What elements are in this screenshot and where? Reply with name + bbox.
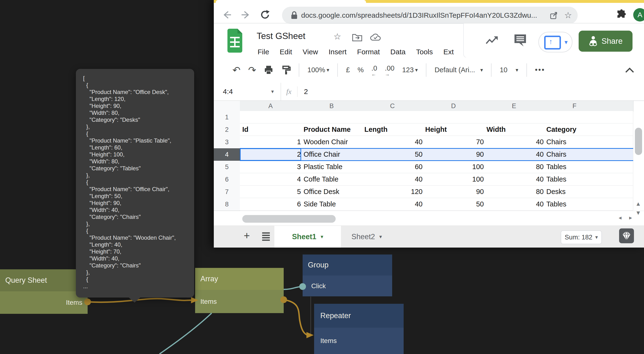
present-button[interactable]: ↑ ▾: [538, 32, 572, 52]
cell-B8[interactable]: Side Table: [301, 198, 364, 211]
column-header-F[interactable]: F: [544, 100, 605, 111]
sum-dropdown-caret[interactable]: ▾: [595, 234, 598, 240]
bookmark-star-icon[interactable]: ☆: [564, 10, 572, 20]
move-to-folder-icon[interactable]: [352, 33, 362, 42]
cell-A3[interactable]: 1: [240, 136, 304, 148]
scroll-right-arrow[interactable]: ▸: [629, 214, 632, 221]
wire-array-to-repeater[interactable]: [284, 300, 307, 335]
row-header-5[interactable]: 5: [214, 161, 240, 173]
print-button[interactable]: [264, 65, 274, 75]
cell-C7[interactable]: 120: [362, 186, 425, 198]
more-toolbar-options[interactable]: •••: [535, 66, 545, 74]
back-button[interactable]: [222, 9, 232, 20]
formula-input-value[interactable]: 2: [304, 87, 308, 96]
extensions-puzzle-icon[interactable]: [616, 9, 626, 20]
cell-C3[interactable]: 40: [362, 136, 425, 148]
cell-F7[interactable]: Desks: [544, 186, 607, 198]
menu-view[interactable]: View: [302, 48, 318, 56]
cell-F4[interactable]: Chairs: [544, 148, 607, 161]
cell-E8[interactable]: 40: [484, 198, 546, 211]
cell-C5[interactable]: 60: [362, 161, 425, 173]
browser-active-tab[interactable]: [216, 0, 366, 3]
cell-D1[interactable]: [423, 111, 486, 123]
cell-E3[interactable]: 40: [484, 136, 546, 148]
node-repeater[interactable]: Repeater Items: [314, 304, 404, 354]
star-document-icon[interactable]: ☆: [334, 31, 341, 42]
vertical-scrollbar-thumb[interactable]: [635, 128, 642, 155]
cell-D2[interactable]: Height: [423, 123, 486, 136]
column-header-C[interactable]: C: [362, 100, 423, 111]
horizontal-scrollbar-thumb[interactable]: [242, 215, 336, 223]
scroll-down-arrow[interactable]: ▼: [636, 210, 641, 216]
cell-E5[interactable]: 80: [484, 161, 546, 173]
cell-B5[interactable]: Plastic Table: [301, 161, 364, 173]
query-sheet-output-port[interactable]: [84, 299, 91, 305]
paint-format-button[interactable]: [281, 65, 291, 75]
scroll-left-arrow[interactable]: ◂: [618, 214, 622, 221]
forward-button[interactable]: [240, 9, 251, 20]
wire-array-teal-down[interactable]: [160, 313, 212, 354]
cell-F8[interactable]: Tables: [544, 198, 607, 211]
column-header-E[interactable]: E: [484, 100, 544, 111]
cell-B4[interactable]: Office Chair: [301, 148, 364, 161]
cell-B3[interactable]: Wooden Chair: [301, 136, 364, 148]
cell-E6[interactable]: 40: [484, 173, 546, 186]
row-header-4[interactable]: 4: [214, 148, 240, 161]
scroll-up-arrow[interactable]: ▲: [636, 200, 641, 207]
row-header-2[interactable]: 2: [214, 123, 240, 136]
menu-insert[interactable]: Insert: [329, 48, 347, 56]
cell-G4[interactable]: [605, 148, 633, 161]
column-header-D[interactable]: D: [423, 100, 484, 111]
sheet-tab-sheet1[interactable]: Sheet1 ▾: [274, 226, 341, 248]
undo-button[interactable]: ↶: [232, 65, 240, 76]
format-percent-button[interactable]: %: [358, 66, 364, 74]
cell-F5[interactable]: Tables: [544, 161, 607, 173]
sheet2-menu-caret[interactable]: ▾: [379, 234, 382, 240]
wire-array-to-group-click[interactable]: [284, 287, 300, 289]
cell-E2[interactable]: Width: [484, 123, 546, 136]
insights-trending-icon[interactable]: [485, 35, 499, 45]
cell-G7[interactable]: [605, 186, 633, 198]
node-group[interactable]: Group Click: [302, 255, 392, 296]
comments-icon[interactable]: [514, 33, 527, 47]
column-header-A[interactable]: A: [240, 100, 302, 111]
cell-F2[interactable]: Category: [544, 123, 607, 136]
sheet-tab-sheet2[interactable]: Sheet2 ▾: [352, 226, 382, 248]
node-query-sheet[interactable]: Query Sheet Items: [0, 269, 88, 314]
menu-format[interactable]: Format: [357, 48, 380, 56]
grid-corner-box[interactable]: [214, 100, 240, 111]
cell-G8[interactable]: [605, 198, 633, 211]
reload-button[interactable]: [260, 9, 270, 20]
increase-decimal-button[interactable]: .00→: [385, 64, 394, 76]
address-bar[interactable]: docs.google.com/spreadsheets/d/1D3IRuxIl…: [282, 7, 578, 24]
share-button[interactable]: Share: [579, 31, 632, 52]
document-title[interactable]: Test GSheet: [257, 31, 306, 41]
cell-G5[interactable]: [605, 161, 633, 173]
cell-D5[interactable]: 100: [423, 161, 486, 173]
cell-B1[interactable]: [301, 111, 364, 123]
cloud-saved-icon[interactable]: [370, 33, 381, 42]
row-header-3[interactable]: 3: [214, 136, 240, 149]
cell-G2[interactable]: [605, 123, 633, 136]
cell-G6[interactable]: [605, 173, 633, 186]
cell-D8[interactable]: 50: [423, 198, 486, 211]
cell-A8[interactable]: 6: [240, 198, 304, 211]
cell-A6[interactable]: 4: [240, 173, 304, 186]
format-currency-button[interactable]: £: [346, 66, 350, 74]
cell-D4[interactable]: 90: [423, 148, 486, 161]
name-box[interactable]: 4:4: [223, 87, 233, 96]
collapse-toolbar-chevron[interactable]: [624, 66, 635, 74]
cell-C2[interactable]: Length: [362, 123, 425, 136]
browser-profile-avatar[interactable]: A: [633, 8, 644, 21]
explore-button[interactable]: [619, 228, 634, 243]
number-format-menu[interactable]: 123▾: [402, 66, 418, 74]
menu-data[interactable]: Data: [390, 48, 406, 56]
row-header-1[interactable]: 1: [214, 111, 240, 124]
cell-C4[interactable]: 50: [362, 148, 425, 161]
cell-F3[interactable]: Chairs: [544, 136, 607, 148]
menu-edit[interactable]: Edit: [280, 48, 292, 56]
cell-E7[interactable]: 80: [484, 186, 546, 198]
cell-A1[interactable]: [240, 111, 304, 123]
cell-D7[interactable]: 90: [423, 186, 486, 198]
cell-A2[interactable]: Id: [240, 123, 304, 136]
